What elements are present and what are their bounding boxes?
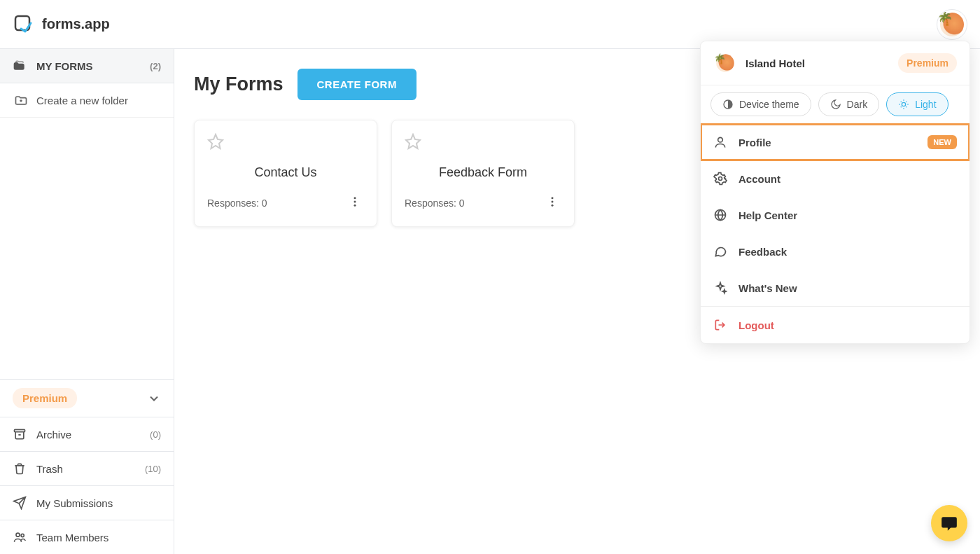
sidebar-item-label: My Submissions xyxy=(36,497,113,509)
sidebar-item-count: (2) xyxy=(150,61,161,71)
sidebar-item-archive[interactable]: Archive (0) xyxy=(0,417,174,452)
svg-point-11 xyxy=(902,102,905,106)
sparkle-icon xyxy=(713,281,727,295)
sidebar-item-my-forms[interactable]: MY FORMS (2) xyxy=(0,49,174,83)
logo-icon xyxy=(13,13,35,36)
theme-light-button[interactable]: Light xyxy=(886,92,948,116)
user-menu-dropdown: Island Hotel Premium Device theme Dark L… xyxy=(700,41,970,344)
user-name: Island Hotel xyxy=(746,57,805,69)
svg-point-9 xyxy=(552,205,554,207)
globe-icon xyxy=(713,208,727,222)
users-icon xyxy=(13,530,27,544)
gear-icon xyxy=(713,172,727,186)
contrast-icon xyxy=(722,99,734,110)
menu-item-label: Logout xyxy=(738,319,774,331)
folders-icon xyxy=(13,59,27,73)
trash-icon xyxy=(13,462,27,476)
sidebar-item-team[interactable]: Team Members xyxy=(0,520,174,554)
svg-point-3 xyxy=(21,534,24,536)
svg-point-12 xyxy=(718,137,723,142)
sidebar-item-submissions[interactable]: My Submissions xyxy=(0,486,174,520)
response-count: Responses: 0 xyxy=(207,198,267,209)
chat-widget-button[interactable] xyxy=(931,505,967,541)
form-card-title: Contact Us xyxy=(207,165,364,180)
menu-item-label: Account xyxy=(738,173,780,185)
kebab-menu-icon[interactable] xyxy=(346,193,364,214)
svg-rect-1 xyxy=(15,429,25,431)
svg-point-5 xyxy=(354,201,356,203)
sidebar-item-label: Trash xyxy=(36,463,63,475)
sidebar: MY FORMS (2) Create a new folder Premium… xyxy=(0,49,174,554)
user-icon xyxy=(713,135,727,149)
create-form-button[interactable]: CREATE FORM xyxy=(298,69,416,100)
menu-item-whatsnew[interactable]: What's New xyxy=(701,270,969,306)
menu-item-help[interactable]: Help Center xyxy=(701,197,969,233)
menu-item-logout[interactable]: Logout xyxy=(701,306,969,343)
theme-dark-button[interactable]: Dark xyxy=(818,92,880,116)
form-card[interactable]: Contact Us Responses: 0 xyxy=(194,120,377,227)
svg-point-8 xyxy=(552,201,554,203)
star-icon[interactable] xyxy=(207,133,224,153)
logo[interactable]: forms.app xyxy=(13,13,110,36)
sidebar-item-count: (10) xyxy=(145,464,161,474)
new-badge: NEW xyxy=(927,135,957,149)
menu-item-account[interactable]: Account xyxy=(701,160,969,197)
page-title: My Forms xyxy=(194,74,284,95)
logout-icon xyxy=(713,318,727,332)
chat-icon xyxy=(713,244,727,258)
svg-point-13 xyxy=(719,177,722,181)
moon-icon xyxy=(830,99,841,110)
sidebar-item-label: Team Members xyxy=(36,532,108,543)
create-folder-button[interactable]: Create a new folder xyxy=(0,83,174,118)
paper-plane-icon xyxy=(13,496,27,510)
sidebar-item-count: (0) xyxy=(150,429,161,440)
kebab-menu-icon[interactable] xyxy=(543,193,561,214)
avatar-image xyxy=(940,13,964,36)
theme-device-button[interactable]: Device theme xyxy=(710,92,811,116)
menu-item-profile[interactable]: Profile NEW xyxy=(701,124,969,160)
star-icon[interactable] xyxy=(405,133,421,153)
svg-point-6 xyxy=(354,205,356,207)
response-count: Responses: 0 xyxy=(405,198,465,209)
svg-point-2 xyxy=(16,533,20,536)
premium-toggle[interactable]: Premium xyxy=(0,380,174,417)
premium-badge: Premium xyxy=(898,53,957,73)
theme-selector: Device theme Dark Light xyxy=(701,85,969,124)
premium-badge: Premium xyxy=(13,388,77,408)
svg-point-7 xyxy=(552,197,554,199)
sidebar-item-label: MY FORMS xyxy=(36,60,93,72)
form-card-title: Feedback Form xyxy=(405,165,561,180)
svg-point-4 xyxy=(354,197,356,199)
user-menu-header: Island Hotel Premium xyxy=(701,41,969,85)
chat-bubble-icon xyxy=(940,514,958,532)
chevron-down-icon xyxy=(147,392,161,406)
archive-icon xyxy=(13,427,27,441)
logo-text: forms.app xyxy=(42,16,110,32)
menu-item-label: Feedback xyxy=(738,246,787,258)
new-folder-icon xyxy=(14,93,28,107)
avatar-image xyxy=(716,54,734,72)
menu-item-label: What's New xyxy=(738,282,797,294)
create-folder-label: Create a new folder xyxy=(36,95,128,106)
menu-item-label: Profile xyxy=(738,137,771,148)
menu-item-feedback[interactable]: Feedback xyxy=(701,233,969,270)
sun-icon xyxy=(898,99,909,110)
sidebar-item-trash[interactable]: Trash (10) xyxy=(0,452,174,486)
sidebar-item-label: Archive xyxy=(36,429,71,441)
form-card[interactable]: Feedback Form Responses: 0 xyxy=(391,120,575,227)
menu-item-label: Help Center xyxy=(738,209,797,221)
user-avatar-button[interactable] xyxy=(937,9,967,40)
